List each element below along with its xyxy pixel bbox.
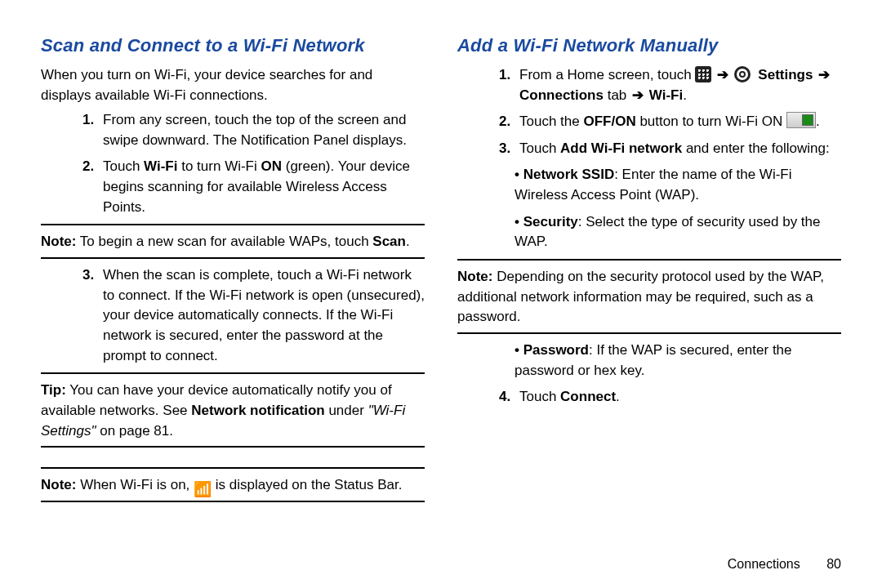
right-column: Add a Wi-Fi Network Manually From a Home… bbox=[457, 33, 841, 549]
left-column: Scan and Connect to a Wi-Fi Network When… bbox=[41, 33, 425, 549]
apps-grid-icon bbox=[695, 66, 711, 82]
wifi-icon: 📶 bbox=[194, 482, 212, 497]
note-status-bar: Note: When Wi-Fi is on, 📶 is displayed o… bbox=[41, 475, 425, 496]
heading-add-manually: Add a Wi-Fi Network Manually bbox=[457, 33, 841, 59]
note-new-scan: Note: To begin a new scan for available … bbox=[41, 232, 425, 252]
left-step-2: Touch Wi-Fi to turn Wi-Fi ON (green). Yo… bbox=[98, 157, 425, 217]
heading-scan-connect: Scan and Connect to a Wi-Fi Network bbox=[41, 33, 425, 59]
divider bbox=[457, 332, 841, 334]
right-step-4: Touch Connect. bbox=[514, 387, 841, 408]
divider bbox=[41, 224, 425, 225]
bullet-ssid: Network SSID: Enter the name of the Wi-F… bbox=[514, 165, 841, 205]
bullet-security: Security: Select the type of security us… bbox=[514, 212, 841, 252]
tip-network-notification: Tip: You can have your device automatica… bbox=[41, 381, 425, 441]
bullet-password: Password: If the WAP is secured, enter t… bbox=[514, 341, 841, 381]
left-step-3: When the scan is complete, touch a Wi-Fi… bbox=[98, 265, 425, 366]
divider bbox=[41, 257, 425, 259]
divider bbox=[41, 372, 425, 374]
footer-page-number: 80 bbox=[826, 557, 841, 571]
left-step-1: From any screen, touch the top of the sc… bbox=[98, 110, 425, 150]
divider bbox=[457, 259, 841, 261]
intro-text: When you turn on Wi-Fi, your device sear… bbox=[41, 65, 425, 105]
right-step-1: From a Home screen, touch ➔ Settings ➔ C… bbox=[514, 65, 841, 105]
divider bbox=[41, 467, 425, 469]
note-security-extra: Note: Depending on the security protocol… bbox=[457, 267, 841, 327]
footer-section: Connections bbox=[728, 557, 800, 571]
divider bbox=[41, 501, 425, 502]
right-step-3: Touch Add Wi-Fi network and enter the fo… bbox=[514, 139, 841, 159]
right-step-2: Touch the OFF/ON button to turn Wi-Fi ON… bbox=[514, 112, 841, 132]
settings-icon bbox=[734, 66, 751, 82]
divider bbox=[41, 446, 425, 448]
page-footer: Connections 80 bbox=[41, 549, 841, 572]
toggle-on-icon bbox=[786, 112, 816, 128]
